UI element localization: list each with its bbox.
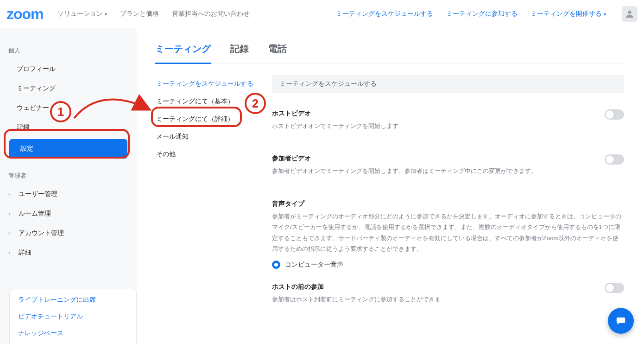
sidebar-section-personal: 個人 <box>8 46 128 55</box>
sidebar-item-webinars[interactable]: ウェビナー <box>6 98 131 118</box>
subnav-in-basic[interactable]: ミーティングにて（基本） <box>155 93 253 110</box>
toggle-host-video[interactable] <box>605 109 624 120</box>
settings-tabs: ミーティング 記録 電話 <box>155 36 625 64</box>
sidebar-item-label: ユーザー管理 <box>19 190 57 198</box>
settings-subnav: ミーティングをスケジュールする ミーティングにて（基本） ミーティングにて（詳細… <box>155 75 253 305</box>
help-link-training[interactable]: ライブトレーニングに出席 <box>18 296 128 304</box>
subnav-in-adv[interactable]: ミーティングにて（詳細） <box>155 110 253 128</box>
tab-recording[interactable]: 記録 <box>230 36 249 64</box>
help-link-tutorial[interactable]: ビデオチュートリアル <box>18 312 128 321</box>
nav-plans[interactable]: プランと価格 <box>120 10 159 18</box>
content: ミーティング 記録 電話 ミーティングをスケジュールする ミーティングにて（基本… <box>137 28 644 344</box>
caret-down-icon: ▾ <box>105 12 107 17</box>
setting-desc: ホストビデオオンでミーティングを開始します <box>272 121 595 131</box>
subnav-email[interactable]: メール通知 <box>155 128 253 146</box>
setting-label: ホストの前の参加 <box>272 283 595 291</box>
sidebar-item-settings[interactable]: 設定 <box>9 139 127 159</box>
sidebar-section-admin: 管理者 <box>8 172 128 180</box>
link-join-meeting[interactable]: ミーティングに参加する <box>446 10 518 18</box>
link-schedule-meeting[interactable]: ミーティングをスケジュールする <box>336 10 433 18</box>
setting-desc: 参加者ビデオオンでミーティングを開始します。参加者はミーティング中にこの変更がで… <box>272 166 595 176</box>
sidebar-item-recordings[interactable]: 記録 <box>6 118 131 137</box>
chat-button[interactable] <box>608 308 634 334</box>
radio-option-computer-audio[interactable]: コンピューター音声 <box>272 261 624 269</box>
link-host-meeting-label: ミーティングを開催する <box>530 10 602 18</box>
sidebar-item-room-mgmt[interactable]: › ルーム管理 <box>6 204 131 223</box>
sidebar-item-profile[interactable]: プロフィール <box>6 59 131 79</box>
setting-host-video: ホストビデオ ホストビデオオンでミーティングを開始します <box>272 105 624 150</box>
setting-label: 参加者ビデオ <box>272 154 595 163</box>
radio-label: コンピューター音声 <box>285 261 343 269</box>
nav-contact-sales[interactable]: 営業担当へのお問い合わせ <box>172 10 250 18</box>
chevron-right-icon: › <box>8 191 15 197</box>
setting-label: 音声タイプ <box>272 200 624 208</box>
zoom-logo[interactable]: zoom <box>6 6 44 23</box>
setting-desc: 参加者はホスト到着前にミーティングに参加することができま <box>272 294 595 305</box>
svg-point-0 <box>628 11 631 14</box>
sidebar-item-advanced[interactable]: › 詳細 <box>6 243 131 262</box>
help-box: ライブトレーニングに出席 ビデオチュートリアル ナレッジベース <box>9 289 137 344</box>
link-host-meeting[interactable]: ミーティングを開催する ▾ <box>530 10 606 18</box>
section-title: ミーティングをスケジュールする <box>272 75 624 93</box>
setting-desc: 参加者がミーティングのオーディオ部分にどのように参加できるかを決定します。オーデ… <box>272 211 624 255</box>
tab-phone[interactable]: 電話 <box>268 36 287 64</box>
help-link-kb[interactable]: ナレッジベース <box>18 329 128 338</box>
sidebar: 個人 プロフィール ミーティング ウェビナー 記録 設定 管理者 › ユーザー管… <box>0 28 137 344</box>
radio-selected-icon <box>272 261 280 269</box>
subnav-other[interactable]: その他 <box>155 146 253 163</box>
chat-icon <box>616 316 626 326</box>
caret-down-icon: ▾ <box>604 12 606 17</box>
sidebar-item-account-mgmt[interactable]: › アカウント管理 <box>6 223 131 243</box>
setting-label: ホストビデオ <box>272 109 595 118</box>
sidebar-item-user-mgmt[interactable]: › ユーザー管理 <box>6 185 131 204</box>
toggle-participant-video[interactable] <box>605 154 624 165</box>
sidebar-item-label: ルーム管理 <box>19 210 51 218</box>
tab-meeting[interactable]: ミーティング <box>155 36 211 64</box>
subnav-schedule[interactable]: ミーティングをスケジュールする <box>155 75 253 93</box>
setting-participant-video: 参加者ビデオ 参加者ビデオオンでミーティングを開始します。参加者はミーティング中… <box>272 150 624 195</box>
sidebar-item-label: アカウント管理 <box>19 229 64 237</box>
setting-audio-type: 音声タイプ 参加者がミーティングのオーディオ部分にどのように参加できるかを決定し… <box>272 195 624 279</box>
toggle-join-before-host[interactable] <box>605 283 624 293</box>
chevron-right-icon: › <box>8 210 15 217</box>
sidebar-item-label: 詳細 <box>19 248 32 257</box>
chevron-right-icon: › <box>8 230 15 236</box>
avatar[interactable] <box>622 6 638 22</box>
nav-solutions[interactable]: ソリューション ▾ <box>57 10 107 18</box>
chevron-right-icon: › <box>8 249 15 256</box>
setting-join-before-host: ホストの前の参加 参加者はホスト到着前にミーティングに参加することができま <box>272 278 624 305</box>
person-icon <box>625 9 635 19</box>
sidebar-item-meetings[interactable]: ミーティング <box>6 79 131 98</box>
nav-solutions-label: ソリューション <box>57 10 103 18</box>
